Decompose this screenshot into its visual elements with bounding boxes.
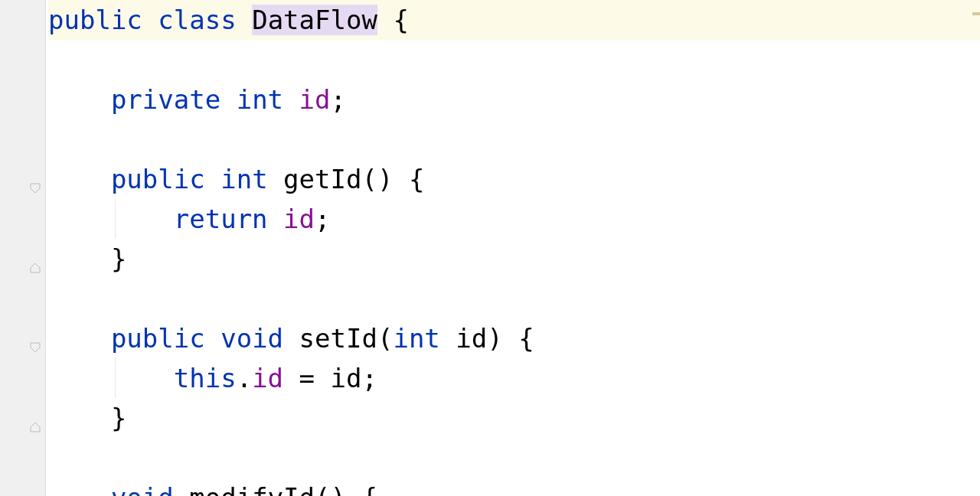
fold-marker-icon[interactable]	[29, 487, 41, 496]
param-name: id	[456, 323, 487, 354]
brace: }	[111, 243, 126, 274]
keyword: public	[111, 323, 205, 354]
brace: {	[377, 5, 409, 35]
param-name: id	[331, 363, 362, 393]
lparen: (	[377, 323, 393, 354]
fold-marker-icon[interactable]	[29, 329, 41, 341]
semicolon: ;	[315, 204, 330, 234]
code-line[interactable]	[48, 438, 980, 478]
keyword: public	[48, 5, 142, 35]
semicolon: ;	[361, 363, 377, 393]
type: int	[237, 84, 283, 115]
code-line[interactable]	[48, 279, 980, 318]
code-line[interactable]: this.id = id;	[48, 358, 980, 398]
parens: ()	[315, 482, 346, 496]
brace: }	[111, 403, 126, 433]
code-line[interactable]: void modifyId() {	[48, 478, 980, 496]
code-content[interactable]: public class DataFlow { private int id; …	[46, 0, 980, 496]
brace: {	[503, 323, 534, 354]
class-name: DataFlow	[252, 5, 377, 35]
brace: {	[393, 164, 424, 194]
method-name: getId	[283, 164, 361, 194]
keyword: class	[158, 5, 236, 35]
code-line[interactable]: public void setId(int id) {	[48, 318, 980, 358]
code-line[interactable]	[48, 40, 980, 80]
fold-marker-icon[interactable]	[29, 409, 41, 421]
brace: {	[346, 482, 377, 496]
field-name: id	[283, 204, 315, 234]
type: int	[393, 323, 439, 354]
scrollbar-marker-icon[interactable]	[972, 12, 980, 15]
keyword: void	[111, 482, 174, 496]
parens: ()	[361, 164, 393, 194]
code-line[interactable]: public int getId() {	[48, 159, 980, 199]
field-name: id	[252, 363, 283, 393]
semicolon: ;	[331, 84, 346, 115]
keyword: this	[174, 363, 237, 393]
editor-gutter	[0, 0, 46, 496]
equals: =	[283, 363, 330, 393]
code-line[interactable]: }	[48, 239, 980, 279]
keyword: private	[111, 84, 220, 115]
code-line[interactable]: private int id;	[48, 80, 980, 119]
code-line[interactable]: }	[48, 398, 980, 438]
fold-marker-icon[interactable]	[29, 250, 41, 262]
code-line[interactable]: return id;	[48, 199, 980, 239]
keyword: void	[220, 323, 283, 354]
code-line[interactable]	[48, 119, 980, 159]
code-line[interactable]: public class DataFlow {	[48, 0, 980, 40]
type: int	[220, 164, 267, 194]
keyword: public	[111, 164, 205, 194]
dot: .	[237, 363, 252, 393]
keyword: return	[174, 204, 268, 234]
fold-marker-icon[interactable]	[29, 170, 41, 182]
rparen: )	[487, 323, 502, 354]
field-name: id	[299, 84, 331, 115]
method-name: setId	[299, 323, 377, 354]
code-editor[interactable]: public class DataFlow { private int id; …	[0, 0, 980, 496]
method-name: modifyId	[189, 482, 315, 496]
